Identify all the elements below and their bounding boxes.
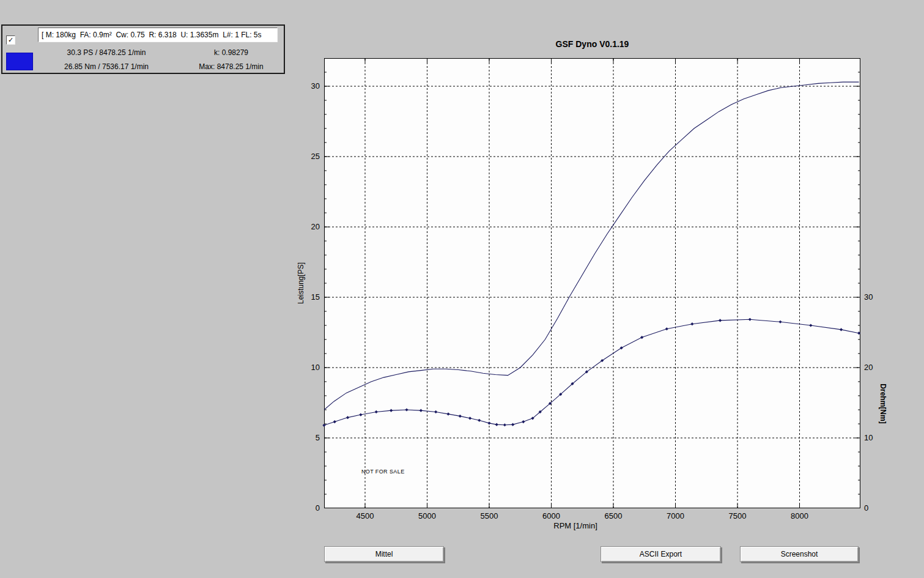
svg-text:0: 0 — [864, 503, 868, 513]
svg-text:20: 20 — [864, 363, 873, 372]
run-color-swatch[interactable] — [6, 53, 33, 70]
svg-text:8000: 8000 — [791, 511, 808, 521]
x-axis-label: RPM [1/min] — [553, 521, 597, 530]
right-axis-label: Drehm[Nm] — [879, 383, 887, 423]
plot-area — [325, 59, 860, 508]
svg-text:0: 0 — [316, 503, 320, 513]
chart-title: GSF Dyno V0.1.19 — [324, 39, 860, 49]
run-visible-checkbox[interactable]: ✓ — [6, 35, 15, 45]
mittel-button[interactable]: Mittel — [324, 546, 444, 562]
peak-torque-value: 26.85 Nm / 7536.17 1/min — [38, 62, 175, 71]
svg-text:30: 30 — [864, 292, 873, 302]
svg-text:5000: 5000 — [418, 511, 436, 521]
svg-text:5: 5 — [316, 433, 320, 442]
svg-text:10: 10 — [311, 363, 320, 372]
svg-text:20: 20 — [311, 222, 320, 231]
ascii-export-button[interactable]: ASCII Export — [601, 546, 721, 562]
svg-text:4500: 4500 — [357, 511, 374, 521]
svg-text:25: 25 — [311, 152, 320, 161]
svg-text:15: 15 — [311, 292, 320, 302]
svg-text:6000: 6000 — [542, 511, 560, 521]
watermark-text: NOT FOR SALE — [361, 469, 405, 475]
svg-text:7500: 7500 — [729, 511, 747, 521]
svg-text:5500: 5500 — [481, 511, 498, 521]
screenshot-button[interactable]: Screenshot — [740, 546, 859, 562]
svg-text:NOT FOR SALE: NOT FOR SALE — [361, 469, 405, 475]
run-params-field[interactable]: [ M: 180kg FA: 0.9m² Cw: 0.75 R: 6.318 U… — [38, 28, 278, 42]
svg-text:6500: 6500 — [605, 511, 623, 521]
svg-text:10: 10 — [864, 433, 873, 442]
svg-text:7000: 7000 — [667, 511, 684, 521]
run-info-panel: ✓ [ M: 180kg FA: 0.9m² Cw: 0.75 R: 6.318… — [1, 24, 285, 74]
peak-power-value: 30.3 PS / 8478.25 1/min — [38, 48, 175, 57]
k-factor-value: k: 0.98279 — [185, 48, 278, 57]
max-rpm-value: Max: 8478.25 1/min — [180, 62, 283, 71]
svg-text:30: 30 — [311, 81, 320, 91]
left-axis-label: Leistung[PS] — [297, 262, 305, 304]
dyno-chart: 0510152025300102030450050005500600065007… — [324, 58, 860, 508]
